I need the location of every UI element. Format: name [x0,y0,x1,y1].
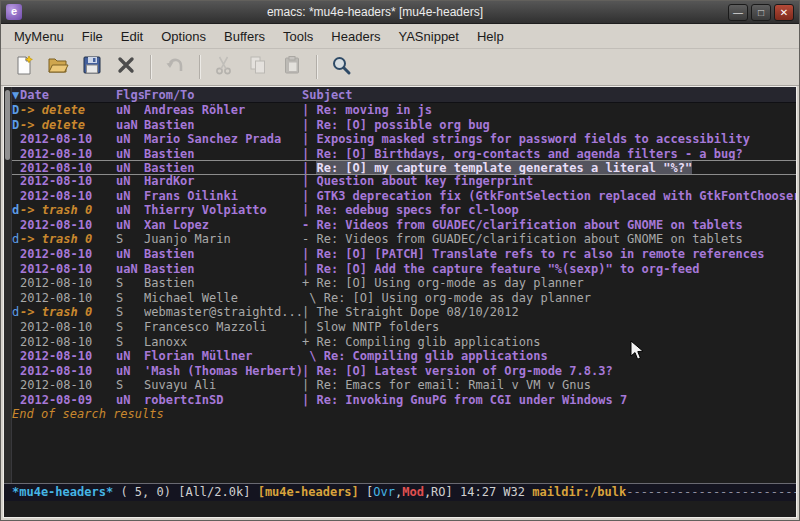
message-row-current[interactable]: 2012-08-10uNBastien| Re: [O] my capture … [12,160,796,175]
message-row[interactable]: 2012-08-10SFrancesco Mazzoli| Slow NNTP … [12,320,796,335]
message-row[interactable]: 2012-08-10uNFlorian Müllner \ Re: Compil… [12,349,796,364]
toolbar-separator [199,55,200,79]
subject-cell: Re: Videos from GUADEC/clarification abo… [316,218,796,233]
minimize-button[interactable]: — [728,4,748,21]
flags-cell: uaN [116,118,144,133]
from-cell: Andreas Röhler [144,103,302,118]
menu-help[interactable]: Help [468,26,513,47]
end-of-results-message: End of search results [12,407,796,422]
search-button[interactable] [324,52,358,82]
emacs-frame: ▼ Date Flgs From/To Subject D-> deleteuN… [3,86,797,518]
message-row[interactable]: 2012-08-10SSuvayu Ali| Re: Emacs for ema… [12,378,796,393]
copy-button [241,52,275,82]
subject-text: Re: Videos from GUADEC/clarification abo… [316,232,742,246]
toolbar-separator [150,55,151,79]
scrollbar[interactable] [4,87,12,483]
menu-file[interactable]: File [73,26,112,47]
message-row[interactable]: 2012-08-10SLanoxx+ Re: Compiling glib ap… [12,335,796,350]
subject-text: Slow NNTP folders [316,320,439,334]
message-row[interactable]: 2012-08-10uNBastien| Re: [O] [PATCH] Tra… [12,247,796,262]
subject-cell: Re: edebug specs for cl-loop [316,203,796,218]
menu-headers[interactable]: Headers [322,26,389,47]
subject-cell: Re: [O] [PATCH] Translate refs to rc als… [316,247,796,262]
message-row[interactable]: 2012-08-10uNMario Sanchez Prada| Exposin… [12,132,796,147]
mark-indicator [12,161,20,174]
menu-buffers[interactable]: Buffers [215,26,274,47]
modeline-segment: maildir:/bulk [532,485,626,499]
date-cell: 2012-08-10 [20,320,116,335]
menu-edit[interactable]: Edit [112,26,152,47]
subject-text: Re: [O] [PATCH] Translate refs to rc als… [316,247,764,261]
echo-area[interactable] [4,501,796,517]
thread-prefix: - [302,232,316,247]
date-cell: 2012-08-10 [20,132,116,147]
emacs-window: e emacs: *mu4e-headers* [mu4e-headers] —… [0,0,800,521]
mark-indicator [12,147,20,162]
date-cell: 2012-08-10 [20,291,116,306]
from-cell: Thierry Volpiatto [144,203,302,218]
message-row[interactable]: 2012-08-10SMichael Welle \ Re: [O] Using… [12,291,796,306]
message-row[interactable]: d-> trash 0SJuanjo Marin- Re: Videos fro… [12,232,796,247]
thread-prefix: | [302,378,316,393]
message-row[interactable]: 2012-08-09uNrobertcInSD| Re: Invoking Gn… [12,393,796,408]
flags-cell: S [116,232,144,247]
flags-cell: uaN [116,262,144,277]
flags-cell: uN [116,393,144,408]
message-row[interactable]: 2012-08-10uN'Mash (Thomas Herbert)| Re: … [12,364,796,379]
scrollbar-thumb[interactable] [5,90,10,160]
message-row[interactable]: 2012-08-10uNBastien| Re: [O] Birthdays, … [12,147,796,162]
message-row[interactable]: D-> deleteuNAndreas Röhler| Re: moving i… [12,103,796,118]
from-cell: Bastien [144,262,302,277]
date-cell: 2012-08-10 [20,364,116,379]
column-header-date[interactable]: Date [20,87,116,103]
emacs-app-icon[interactable]: e [6,4,22,20]
date-cell: 2012-08-10 [20,161,116,174]
thread-prefix: | [302,118,316,133]
save-button[interactable] [75,52,109,82]
message-row[interactable]: D-> deleteuaNBastien| Re: [O] possible o… [12,118,796,133]
modeline-segment: *mu4e-headers* [12,485,113,499]
subject-text: Re: [O] possible org bug [316,118,489,132]
flags-cell: uN [116,203,144,218]
column-header-flags[interactable]: Flgs [116,87,144,103]
menu-mymenu[interactable]: MyMenu [5,26,73,47]
message-row[interactable]: 2012-08-10uNHardKor| Question about key … [12,174,796,189]
open-folder-button[interactable] [41,52,75,82]
sort-indicator-icon[interactable]: ▼ [12,87,20,103]
message-row[interactable]: 2012-08-10uaNBastien| Re: [O] Add the ca… [12,262,796,277]
message-row[interactable]: 2012-08-10SBastien+ Re: [O] Using org-mo… [12,276,796,291]
flags-cell: S [116,305,144,320]
new-file-button[interactable] [7,52,41,82]
menu-options[interactable]: Options [152,26,215,47]
column-header-from[interactable]: From/To [144,87,302,103]
modeline-segment: -------------------------- [626,485,796,499]
subject-text: Re: [O] Using org-mode as day planner [324,291,591,305]
from-cell: Frans Oilinki [144,189,302,204]
subject-cell: Re: [O] Add the capture feature "%(sexp)… [316,262,796,277]
flags-cell: uN [116,132,144,147]
message-row[interactable]: 2012-08-10uNFrans Oilinki| GTK3 deprecat… [12,189,796,204]
message-row[interactable]: d-> trash 0uNThierry Volpiatto| Re: edeb… [12,203,796,218]
flags-cell: S [116,276,144,291]
mark-indicator [12,349,20,364]
paste-button [275,52,309,82]
menu-yasnippet[interactable]: YASnippet [389,26,467,47]
column-header-subject[interactable]: Subject [302,87,796,103]
message-row[interactable]: 2012-08-10uNXan Lopez- Re: Videos from G… [12,218,796,233]
date-cell: 2012-08-10 [20,378,116,393]
titlebar[interactable]: e emacs: *mu4e-headers* [mu4e-headers] —… [1,1,799,24]
from-cell: Francesco Mazzoli [144,320,302,335]
modeline-segment: [ [359,485,373,499]
close-button[interactable]: ✕ [774,4,794,21]
modeline[interactable]: *mu4e-headers* ( 5, 0) [All/2.0k] [mu4e-… [4,483,796,501]
message-row[interactable]: d-> trash 0Swebmaster@straightd...| The … [12,305,796,320]
subject-text: The Straight Dope 08/10/2012 [316,305,518,319]
subject-cell: Re: [O] Birthdays, org-contacts and agen… [316,147,796,162]
close-buffer-button[interactable] [109,52,143,82]
from-cell: HardKor [144,174,302,189]
menu-tools[interactable]: Tools [274,26,322,47]
date-cell: 2012-08-10 [20,174,116,189]
from-cell: Bastien [144,276,302,291]
maximize-button[interactable]: □ [751,4,771,21]
window-title: emacs: *mu4e-headers* [mu4e-headers] [25,5,725,19]
